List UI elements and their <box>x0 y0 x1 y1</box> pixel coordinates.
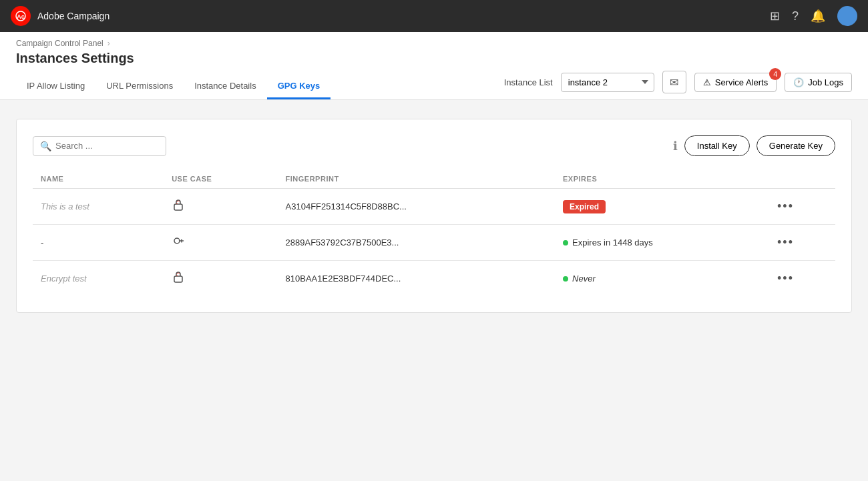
card-toolbar: 🔍 ℹ Install Key Generate Key <box>33 135 835 156</box>
row-actions: ••• <box>769 189 835 225</box>
svg-rect-2 <box>174 204 182 210</box>
apps-grid-icon[interactable]: ⊞ <box>770 9 780 23</box>
green-dot <box>563 276 568 282</box>
expires-never: Never <box>563 274 761 284</box>
header-controls: Instance List instance 2 instance 1 inst… <box>504 71 852 93</box>
service-alerts-label: Service Alerts <box>715 77 768 87</box>
breadcrumb-separator: › <box>107 39 110 48</box>
help-icon[interactable]: ? <box>792 9 799 23</box>
row-name: Encrypt test <box>33 261 164 297</box>
header-area: Campaign Control Panel › Instances Setti… <box>0 32 868 100</box>
user-avatar[interactable] <box>837 6 857 26</box>
table-row: This is a test A3104FF251314C5F8D88BC... <box>33 189 835 225</box>
col-expires: EXPIRES <box>555 169 769 189</box>
lock-icon <box>172 201 185 214</box>
email-icon-button[interactable]: ✉ <box>662 71 686 93</box>
row-fingerprint: 810BAA1E2E3BDF744DEC... <box>278 261 555 297</box>
row-more-button[interactable]: ••• <box>777 235 794 250</box>
row-actions: ••• <box>769 261 835 297</box>
top-nav: Ac Adobe Campaign ⊞ ? 🔔 <box>0 0 868 32</box>
expired-badge: Expired <box>563 200 606 213</box>
mail-icon: ✉ <box>670 76 678 89</box>
col-fingerprint: FINGERPRINT <box>278 169 555 189</box>
breadcrumb-parent[interactable]: Campaign Control Panel <box>16 39 103 48</box>
col-name: NAME <box>33 169 164 189</box>
nav-left: Ac Adobe Campaign <box>11 6 110 26</box>
job-logs-button[interactable]: 🕐 Job Logs <box>785 73 852 92</box>
app-name: Adobe Campaign <box>37 11 110 21</box>
alert-icon: ⚠ <box>703 77 711 87</box>
main-content: 🔍 ℹ Install Key Generate Key NAME USE CA… <box>0 103 868 329</box>
svg-rect-4 <box>174 276 182 282</box>
page-title: Instances Settings <box>16 51 852 66</box>
row-use-case <box>164 189 277 225</box>
row-more-button[interactable]: ••• <box>777 272 794 286</box>
row-name: This is a test <box>33 189 164 225</box>
table-body: This is a test A3104FF251314C5F8D88BC... <box>33 189 835 297</box>
table-row: Encrypt test 810BAA1E2E3BDF744DEC... <box>33 261 835 297</box>
tab-ip-allow[interactable]: IP Allow Listing <box>16 74 95 99</box>
tab-gpg-keys[interactable]: GPG Keys <box>267 74 331 99</box>
install-key-button[interactable]: Install Key <box>684 135 750 156</box>
search-container: 🔍 <box>33 136 166 156</box>
tab-url-permissions[interactable]: URL Permissions <box>95 74 184 99</box>
alert-badge: 4 <box>769 68 781 80</box>
key-icon <box>172 237 185 250</box>
search-icon: 🔍 <box>40 141 51 151</box>
instance-list-label: Instance List <box>504 77 553 87</box>
row-name: - <box>33 225 164 261</box>
row-actions: ••• <box>769 225 835 261</box>
tab-instance-details[interactable]: Instance Details <box>184 74 267 99</box>
gpg-keys-card: 🔍 ℹ Install Key Generate Key NAME USE CA… <box>16 119 852 313</box>
table-row: - 2889AF53792C37B7500E3... <box>33 225 835 261</box>
service-alerts-button[interactable]: ⚠ Service Alerts 4 <box>694 73 777 92</box>
search-input[interactable] <box>55 141 159 151</box>
notification-icon[interactable]: 🔔 <box>811 9 825 23</box>
instance-select[interactable]: instance 2 instance 1 instance 3 <box>561 73 654 92</box>
col-actions <box>769 169 835 189</box>
table-header: NAME USE CASE FINGERPRINT EXPIRES <box>33 169 835 189</box>
nav-right: ⊞ ? 🔔 <box>770 6 857 26</box>
info-icon[interactable]: ℹ <box>673 139 678 153</box>
lock-icon <box>172 273 185 286</box>
row-fingerprint: 2889AF53792C37B7500E3... <box>278 225 555 261</box>
green-dot <box>563 240 568 246</box>
breadcrumb: Campaign Control Panel › <box>16 39 852 48</box>
col-use-case: USE CASE <box>164 169 277 189</box>
svg-text:Ac: Ac <box>17 13 25 20</box>
gpg-keys-table: NAME USE CASE FINGERPRINT EXPIRES This i… <box>33 169 835 296</box>
adobe-logo: Ac <box>11 6 31 26</box>
row-expires: Expired <box>555 189 769 225</box>
job-logs-label: Job Logs <box>808 77 843 87</box>
generate-key-button[interactable]: Generate Key <box>756 135 835 156</box>
row-use-case <box>164 225 277 261</box>
row-use-case <box>164 261 277 297</box>
toolbar-right: ℹ Install Key Generate Key <box>673 135 835 156</box>
row-fingerprint: A3104FF251314C5F8D88BC... <box>278 189 555 225</box>
history-icon: 🕐 <box>793 77 804 87</box>
row-expires: Expires in 1448 days <box>555 225 769 261</box>
row-more-button[interactable]: ••• <box>777 199 794 213</box>
expires-days: Expires in 1448 days <box>563 237 761 248</box>
row-expires: Never <box>555 261 769 297</box>
